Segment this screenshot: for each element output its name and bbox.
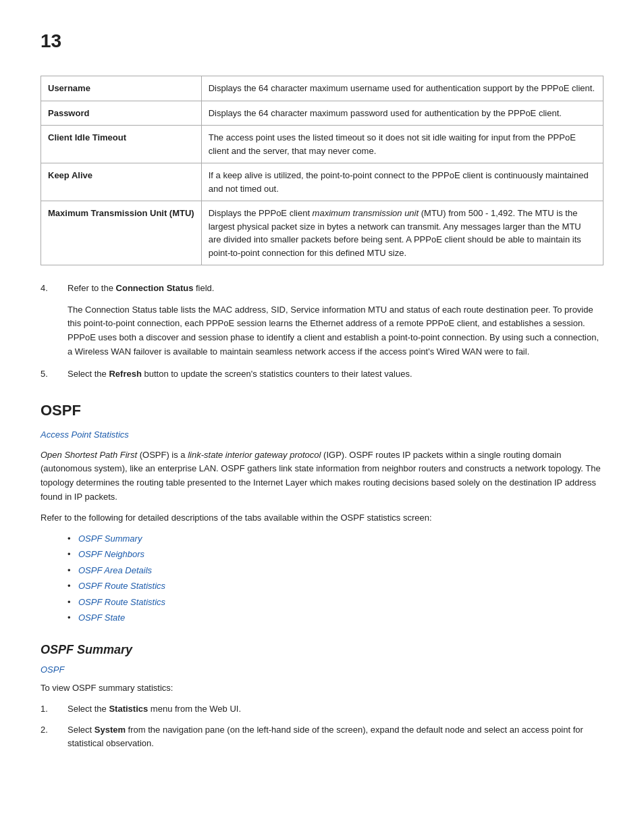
pppoe-properties-table: UsernameDisplays the 64 character maximu… (41, 76, 603, 265)
step-4: 4. Refer to the Connection Status field. (41, 282, 603, 295)
list-item: OSPF Summary (68, 532, 603, 546)
list-item: OSPF Route Statistics (68, 596, 603, 609)
table-cell-label: Username (41, 76, 202, 101)
ospf-heading: OSPF (41, 399, 603, 421)
ospf-refer-text: Refer to the following for detailed desc… (41, 511, 603, 525)
step4-inline-text: field. (193, 283, 214, 293)
ospf-intro-phrase: link-state interior gateway protocol (188, 450, 321, 460)
table-cell-description: If a keep alive is utilized, the point-t… (201, 163, 603, 201)
table-cell-description: The access point uses the listed timeout… (201, 126, 603, 163)
ospf-summary-step-1: 1.Select the Statistics menu from the We… (41, 702, 603, 716)
ospf-summary-step-2-content: Select System from the navigation pane (… (68, 723, 603, 750)
step-5: 5. Select the Refresh button to update t… (41, 367, 603, 381)
table-cell-label: Password (41, 101, 202, 126)
step4-prefix: Refer to the (68, 283, 116, 293)
ospf-intro-italic-start: Open Shortest Path First (41, 450, 137, 460)
table-cell-description: Displays the 64 character maximum passwo… (201, 101, 603, 126)
table-cell-description: Displays the PPPoE client maximum transm… (201, 201, 603, 265)
step-4-number: 4. (41, 282, 68, 295)
access-point-statistics-breadcrumb[interactable]: Access Point Statistics (41, 428, 603, 442)
step4-inline-label: Connection Status (116, 283, 194, 293)
ospf-link[interactable]: OSPF State (78, 613, 125, 623)
list-item: OSPF Neighbors (68, 548, 603, 561)
step-5-content: Select the Refresh button to update the … (68, 367, 603, 381)
ospf-summary-intro: To view OSPF summary statistics: (41, 681, 603, 696)
step5-suffix: button to update the screen's statistics… (142, 369, 412, 379)
ospf-bullet-list: OSPF SummaryOSPF NeighborsOSPF Area Deta… (68, 532, 603, 625)
step5-prefix: Select the (68, 369, 109, 379)
page-number: 13 (41, 27, 603, 55)
ospf-summary-step-2-number: 2. (41, 723, 68, 737)
ospf-link[interactable]: OSPF Route Statistics (78, 597, 165, 607)
table-cell-label: Client Idle Timeout (41, 126, 202, 163)
step-4-paragraph: The Connection Status table lists the MA… (68, 303, 603, 359)
table-cell-label: Keep Alive (41, 163, 202, 201)
ospf-sub-breadcrumb[interactable]: OSPF (41, 663, 603, 677)
ospf-link[interactable]: OSPF Route Statistics (78, 581, 165, 591)
ospf-summary-step-1-number: 1. (41, 702, 68, 716)
list-item: OSPF Route Statistics (68, 579, 603, 593)
step-5-number: 5. (41, 367, 68, 381)
ospf-link[interactable]: OSPF Area Details (78, 565, 152, 575)
ospf-summary-heading: OSPF Summary (41, 641, 603, 659)
list-item: OSPF Area Details (68, 564, 603, 577)
ospf-link[interactable]: OSPF Summary (78, 533, 142, 544)
ospf-summary-step-1-content: Select the Statistics menu from the Web … (68, 702, 603, 716)
step5-inline-label: Refresh (109, 369, 141, 379)
ospf-intro: Open Shortest Path First (OSPF) is a lin… (41, 448, 603, 504)
ospf-summary-step-2: 2.Select System from the navigation pane… (41, 723, 603, 750)
ospf-link[interactable]: OSPF Neighbors (78, 549, 144, 559)
table-cell-description: Displays the 64 character maximum userna… (201, 76, 603, 101)
list-item: OSPF State (68, 611, 603, 625)
step-4-content: Refer to the Connection Status field. (68, 282, 603, 295)
ospf-intro-abbr: (OSPF) is a (137, 450, 188, 460)
table-cell-label: Maximum Transmission Unit (MTU) (41, 201, 202, 265)
